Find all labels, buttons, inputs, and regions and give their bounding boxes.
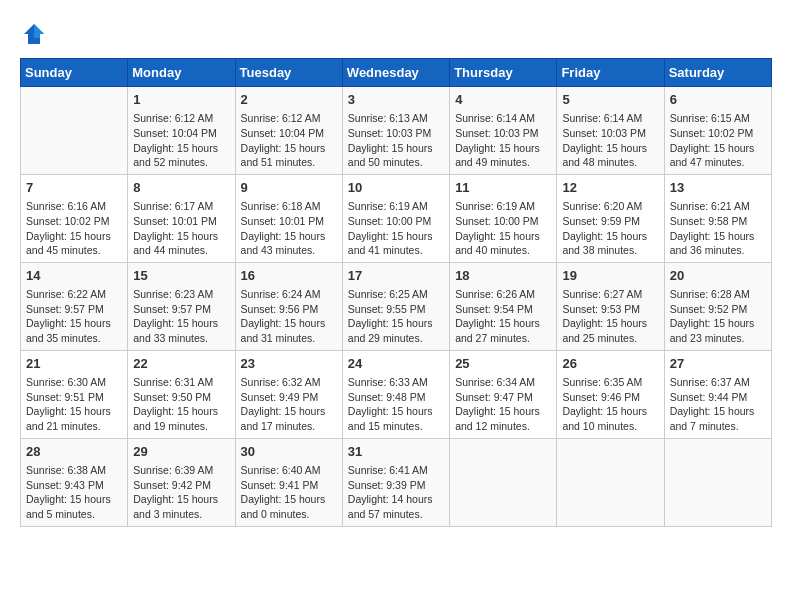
svg-marker-1 bbox=[34, 24, 44, 38]
calendar-cell: 9Sunrise: 6:18 AM Sunset: 10:01 PM Dayli… bbox=[235, 174, 342, 262]
day-content: Sunrise: 6:41 AM Sunset: 9:39 PM Dayligh… bbox=[348, 463, 444, 522]
header-row: SundayMondayTuesdayWednesdayThursdayFrid… bbox=[21, 59, 772, 87]
day-number: 5 bbox=[562, 91, 658, 109]
calendar-cell: 21Sunrise: 6:30 AM Sunset: 9:51 PM Dayli… bbox=[21, 350, 128, 438]
calendar-cell: 6Sunrise: 6:15 AM Sunset: 10:02 PM Dayli… bbox=[664, 87, 771, 175]
day-number: 26 bbox=[562, 355, 658, 373]
calendar-cell: 30Sunrise: 6:40 AM Sunset: 9:41 PM Dayli… bbox=[235, 438, 342, 526]
day-content: Sunrise: 6:23 AM Sunset: 9:57 PM Dayligh… bbox=[133, 287, 229, 346]
day-number: 21 bbox=[26, 355, 122, 373]
calendar-cell: 5Sunrise: 6:14 AM Sunset: 10:03 PM Dayli… bbox=[557, 87, 664, 175]
day-number: 23 bbox=[241, 355, 337, 373]
calendar-cell: 8Sunrise: 6:17 AM Sunset: 10:01 PM Dayli… bbox=[128, 174, 235, 262]
day-number: 16 bbox=[241, 267, 337, 285]
day-content: Sunrise: 6:15 AM Sunset: 10:02 PM Daylig… bbox=[670, 111, 766, 170]
day-number: 17 bbox=[348, 267, 444, 285]
day-number: 7 bbox=[26, 179, 122, 197]
column-header-monday: Monday bbox=[128, 59, 235, 87]
week-row-4: 21Sunrise: 6:30 AM Sunset: 9:51 PM Dayli… bbox=[21, 350, 772, 438]
day-content: Sunrise: 6:33 AM Sunset: 9:48 PM Dayligh… bbox=[348, 375, 444, 434]
calendar-cell bbox=[664, 438, 771, 526]
day-content: Sunrise: 6:20 AM Sunset: 9:59 PM Dayligh… bbox=[562, 199, 658, 258]
day-number: 12 bbox=[562, 179, 658, 197]
day-number: 27 bbox=[670, 355, 766, 373]
calendar-table: SundayMondayTuesdayWednesdayThursdayFrid… bbox=[20, 58, 772, 527]
day-number: 24 bbox=[348, 355, 444, 373]
day-content: Sunrise: 6:22 AM Sunset: 9:57 PM Dayligh… bbox=[26, 287, 122, 346]
calendar-cell: 7Sunrise: 6:16 AM Sunset: 10:02 PM Dayli… bbox=[21, 174, 128, 262]
calendar-cell: 31Sunrise: 6:41 AM Sunset: 9:39 PM Dayli… bbox=[342, 438, 449, 526]
day-number: 31 bbox=[348, 443, 444, 461]
calendar-cell: 4Sunrise: 6:14 AM Sunset: 10:03 PM Dayli… bbox=[450, 87, 557, 175]
calendar-cell bbox=[557, 438, 664, 526]
week-row-3: 14Sunrise: 6:22 AM Sunset: 9:57 PM Dayli… bbox=[21, 262, 772, 350]
day-content: Sunrise: 6:14 AM Sunset: 10:03 PM Daylig… bbox=[562, 111, 658, 170]
day-content: Sunrise: 6:31 AM Sunset: 9:50 PM Dayligh… bbox=[133, 375, 229, 434]
day-number: 15 bbox=[133, 267, 229, 285]
day-number: 25 bbox=[455, 355, 551, 373]
calendar-cell: 18Sunrise: 6:26 AM Sunset: 9:54 PM Dayli… bbox=[450, 262, 557, 350]
day-content: Sunrise: 6:30 AM Sunset: 9:51 PM Dayligh… bbox=[26, 375, 122, 434]
day-number: 18 bbox=[455, 267, 551, 285]
calendar-cell: 15Sunrise: 6:23 AM Sunset: 9:57 PM Dayli… bbox=[128, 262, 235, 350]
calendar-cell: 23Sunrise: 6:32 AM Sunset: 9:49 PM Dayli… bbox=[235, 350, 342, 438]
calendar-cell: 22Sunrise: 6:31 AM Sunset: 9:50 PM Dayli… bbox=[128, 350, 235, 438]
day-number: 10 bbox=[348, 179, 444, 197]
day-content: Sunrise: 6:27 AM Sunset: 9:53 PM Dayligh… bbox=[562, 287, 658, 346]
column-header-tuesday: Tuesday bbox=[235, 59, 342, 87]
day-content: Sunrise: 6:26 AM Sunset: 9:54 PM Dayligh… bbox=[455, 287, 551, 346]
column-header-friday: Friday bbox=[557, 59, 664, 87]
calendar-cell: 19Sunrise: 6:27 AM Sunset: 9:53 PM Dayli… bbox=[557, 262, 664, 350]
week-row-5: 28Sunrise: 6:38 AM Sunset: 9:43 PM Dayli… bbox=[21, 438, 772, 526]
day-number: 29 bbox=[133, 443, 229, 461]
logo-icon bbox=[20, 20, 48, 48]
calendar-cell: 26Sunrise: 6:35 AM Sunset: 9:46 PM Dayli… bbox=[557, 350, 664, 438]
day-number: 22 bbox=[133, 355, 229, 373]
column-header-wednesday: Wednesday bbox=[342, 59, 449, 87]
day-number: 14 bbox=[26, 267, 122, 285]
day-number: 28 bbox=[26, 443, 122, 461]
calendar-cell: 17Sunrise: 6:25 AM Sunset: 9:55 PM Dayli… bbox=[342, 262, 449, 350]
calendar-cell: 3Sunrise: 6:13 AM Sunset: 10:03 PM Dayli… bbox=[342, 87, 449, 175]
calendar-cell: 12Sunrise: 6:20 AM Sunset: 9:59 PM Dayli… bbox=[557, 174, 664, 262]
day-content: Sunrise: 6:38 AM Sunset: 9:43 PM Dayligh… bbox=[26, 463, 122, 522]
day-number: 1 bbox=[133, 91, 229, 109]
calendar-cell: 25Sunrise: 6:34 AM Sunset: 9:47 PM Dayli… bbox=[450, 350, 557, 438]
calendar-cell: 13Sunrise: 6:21 AM Sunset: 9:58 PM Dayli… bbox=[664, 174, 771, 262]
page-header bbox=[20, 20, 772, 48]
calendar-cell: 1Sunrise: 6:12 AM Sunset: 10:04 PM Dayli… bbox=[128, 87, 235, 175]
day-number: 30 bbox=[241, 443, 337, 461]
calendar-cell: 27Sunrise: 6:37 AM Sunset: 9:44 PM Dayli… bbox=[664, 350, 771, 438]
day-number: 13 bbox=[670, 179, 766, 197]
calendar-cell bbox=[21, 87, 128, 175]
day-content: Sunrise: 6:34 AM Sunset: 9:47 PM Dayligh… bbox=[455, 375, 551, 434]
day-number: 4 bbox=[455, 91, 551, 109]
day-number: 9 bbox=[241, 179, 337, 197]
day-content: Sunrise: 6:19 AM Sunset: 10:00 PM Daylig… bbox=[348, 199, 444, 258]
calendar-cell: 24Sunrise: 6:33 AM Sunset: 9:48 PM Dayli… bbox=[342, 350, 449, 438]
day-number: 6 bbox=[670, 91, 766, 109]
day-content: Sunrise: 6:35 AM Sunset: 9:46 PM Dayligh… bbox=[562, 375, 658, 434]
calendar-cell: 10Sunrise: 6:19 AM Sunset: 10:00 PM Dayl… bbox=[342, 174, 449, 262]
day-content: Sunrise: 6:32 AM Sunset: 9:49 PM Dayligh… bbox=[241, 375, 337, 434]
calendar-cell bbox=[450, 438, 557, 526]
day-content: Sunrise: 6:13 AM Sunset: 10:03 PM Daylig… bbox=[348, 111, 444, 170]
calendar-cell: 20Sunrise: 6:28 AM Sunset: 9:52 PM Dayli… bbox=[664, 262, 771, 350]
day-content: Sunrise: 6:19 AM Sunset: 10:00 PM Daylig… bbox=[455, 199, 551, 258]
day-number: 11 bbox=[455, 179, 551, 197]
week-row-2: 7Sunrise: 6:16 AM Sunset: 10:02 PM Dayli… bbox=[21, 174, 772, 262]
column-header-thursday: Thursday bbox=[450, 59, 557, 87]
calendar-cell: 11Sunrise: 6:19 AM Sunset: 10:00 PM Dayl… bbox=[450, 174, 557, 262]
day-content: Sunrise: 6:37 AM Sunset: 9:44 PM Dayligh… bbox=[670, 375, 766, 434]
day-number: 19 bbox=[562, 267, 658, 285]
day-content: Sunrise: 6:12 AM Sunset: 10:04 PM Daylig… bbox=[133, 111, 229, 170]
day-number: 2 bbox=[241, 91, 337, 109]
day-content: Sunrise: 6:16 AM Sunset: 10:02 PM Daylig… bbox=[26, 199, 122, 258]
day-number: 8 bbox=[133, 179, 229, 197]
day-content: Sunrise: 6:17 AM Sunset: 10:01 PM Daylig… bbox=[133, 199, 229, 258]
day-number: 3 bbox=[348, 91, 444, 109]
column-header-saturday: Saturday bbox=[664, 59, 771, 87]
day-content: Sunrise: 6:39 AM Sunset: 9:42 PM Dayligh… bbox=[133, 463, 229, 522]
day-content: Sunrise: 6:40 AM Sunset: 9:41 PM Dayligh… bbox=[241, 463, 337, 522]
day-content: Sunrise: 6:21 AM Sunset: 9:58 PM Dayligh… bbox=[670, 199, 766, 258]
